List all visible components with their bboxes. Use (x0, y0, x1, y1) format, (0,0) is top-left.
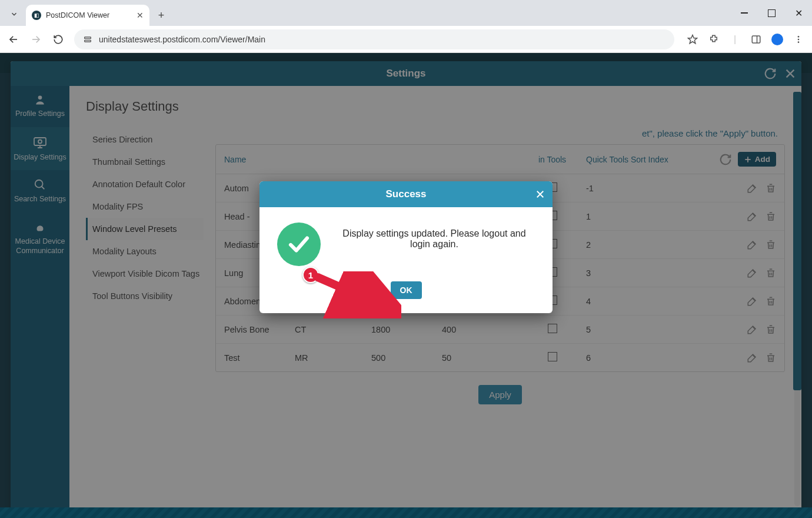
modal-message: Display settings updated. Please logout … (334, 223, 535, 250)
tab-search-button[interactable] (5, 5, 24, 24)
app-viewport: Settings Profile Settings (0, 53, 812, 518)
favicon: ◧ (32, 11, 41, 20)
tab-close-icon[interactable]: ✕ (137, 11, 144, 20)
profile-avatar[interactable] (767, 29, 787, 49)
modal-footer: OK (259, 281, 553, 313)
ok-button[interactable]: OK (391, 281, 422, 299)
sidepanel-icon[interactable] (746, 29, 766, 49)
forward-button[interactable] (26, 29, 46, 49)
address-bar[interactable]: unitedstateswest.postdicom.com/Viewer/Ma… (74, 29, 674, 49)
modal-header: Success (259, 181, 553, 207)
window-maximize-button[interactable] (758, 0, 785, 26)
url-text: unitedstateswest.postdicom.com/Viewer/Ma… (99, 35, 265, 44)
back-button[interactable] (4, 29, 24, 49)
svg-rect-2 (85, 37, 91, 39)
window-close-button[interactable] (785, 0, 812, 26)
window-minimize-button[interactable] (731, 0, 758, 26)
site-info-icon[interactable] (82, 34, 93, 45)
tab-title: PostDICOM Viewer (46, 11, 132, 19)
tab-strip: ◧ PostDICOM Viewer ✕ + (0, 0, 812, 26)
bookmark-icon[interactable] (683, 29, 703, 49)
browser-window: ◧ PostDICOM Viewer ✕ + unitedstateswest.… (0, 0, 812, 518)
modal-close-icon[interactable] (535, 189, 545, 200)
bottom-hatch (0, 507, 812, 518)
new-tab-button[interactable]: + (153, 7, 169, 24)
separator: | (725, 29, 745, 49)
success-check-icon (277, 223, 321, 266)
svg-rect-3 (85, 40, 91, 42)
svg-point-7 (798, 36, 800, 38)
modal-title: Success (386, 188, 427, 200)
success-modal: Success Display settings updated. Please… (259, 181, 553, 313)
svg-marker-4 (688, 35, 697, 43)
browser-menu-icon[interactable] (788, 29, 808, 49)
modal-body: Display settings updated. Please logout … (259, 207, 553, 281)
browser-toolbar: unitedstateswest.postdicom.com/Viewer/Ma… (0, 26, 812, 53)
svg-point-9 (798, 41, 800, 43)
svg-point-8 (798, 38, 800, 40)
window-controls (731, 0, 812, 26)
toolbar-right: | (683, 29, 808, 49)
extensions-icon[interactable] (704, 29, 724, 49)
reload-button[interactable] (48, 29, 68, 49)
browser-tab[interactable]: ◧ PostDICOM Viewer ✕ (26, 5, 149, 26)
svg-rect-5 (752, 36, 760, 43)
